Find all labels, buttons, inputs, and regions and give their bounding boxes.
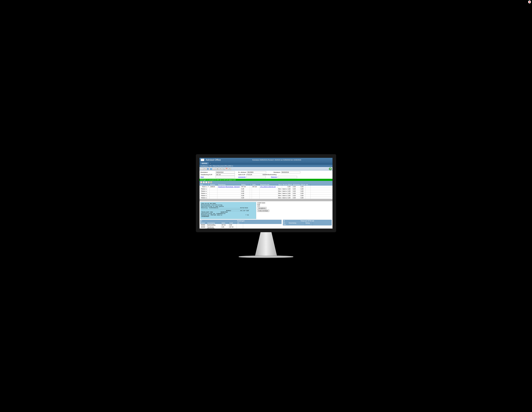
grid-empty: [200, 199, 332, 201]
leverancier-input[interactable]: [246, 176, 266, 178]
grid-button[interactable]: ⊞: [216, 167, 219, 170]
totaal-input[interactable]: [216, 174, 235, 176]
coda-panel: CODA Saldo 0,00 1/22 Verwijderen Coda ov…: [257, 202, 269, 219]
period-subtitle: Boekdatum 05/05/2018 (Periode 5: 05/2018…: [222, 159, 331, 161]
coda-position: 1/22: [257, 205, 269, 207]
tab-close-icon[interactable]: ×: [209, 163, 211, 164]
stukdatum-label: Stukdatum: [273, 171, 280, 173]
totaal-label: Totaalbedrag EUR: [200, 174, 215, 175]
saldo-label: Saldo EUR: [238, 174, 245, 175]
search-button[interactable]: 🔍: [222, 167, 225, 170]
calendar-button[interactable]: 📅: [225, 167, 228, 170]
grid-row[interactable]: Reken ⇅0,00Binn ⇅Aank ⇅0,000,000,00: [200, 195, 332, 197]
toolbar: ← ↻ 👤 👥 ≡ ⊞ ⟳ 🔍 📅 ⇅ ?: [200, 167, 332, 171]
grid-delete-icon[interactable]: ✖: [208, 181, 210, 183]
nr-label: Nr. uittreksel: [238, 171, 246, 173]
boekdatum-label: Boekdatum: [200, 171, 215, 173]
breadcrumb: Hoofdmenu > FB > Nieuw Document (FB.a.20…: [200, 165, 332, 167]
coda-saldo-label: CODA Saldo: [257, 202, 269, 204]
gear-icon[interactable]: ⚙: [283, 220, 285, 222]
grid-row[interactable]: Reken ⇅0,00Binn ⇅Aank ⇅0,000,000,00: [200, 197, 332, 199]
boekingen-panel: ⚙Boekingen Rekeni Omschrijving Debet Cre…: [200, 220, 282, 230]
verwijderen-button[interactable]: Verwijderen: [257, 207, 267, 209]
nr-input[interactable]: [247, 171, 266, 173]
tab-bar: OFFICE ×: [200, 162, 332, 165]
grid-row[interactable]: Reken ⇅0,00Binn ⇅Aank ⇅0,000,000,00: [200, 190, 332, 192]
rekening-input[interactable]: [278, 176, 297, 178]
grid-cancel-icon[interactable]: ⊘: [200, 181, 202, 183]
grid-body: Klant ⇅?100018Travelcoop (Boomstraat - B…: [200, 186, 332, 199]
btwvak-empty-row: [283, 226, 332, 226]
user-button[interactable]: 👤: [207, 167, 209, 170]
back-button[interactable]: ←: [200, 167, 203, 170]
help-button[interactable]: ?: [329, 167, 332, 170]
boekdatum-input[interactable]: [216, 171, 235, 173]
grid-row[interactable]: Reken ⇅0,00Binn ⇅Aank ⇅0,000,000,00: [200, 188, 332, 190]
tab-office[interactable]: OFFICE: [200, 162, 209, 165]
leverancier-link[interactable]: Leverancier: [238, 176, 246, 178]
balance-status: Bedragen in evenwicht D=447,54 C=447,54 …: [200, 179, 332, 181]
btwvak-panel: ⚙Totaal per BTW-vak BT cod Omschrijving …: [283, 220, 332, 230]
grid-row[interactable]: Reken ⇅0,00Binn ⇅Aank ⇅0,000,000,00: [200, 192, 332, 195]
app-title: Admisol Office: [206, 159, 221, 161]
grid-add-icon[interactable]: +: [203, 181, 205, 183]
document-form: Boekdatum Nr. uittreksel Stukdatum Totaa…: [200, 171, 332, 179]
grid-remove-icon[interactable]: −: [205, 181, 207, 183]
stukdatum-input[interactable]: [281, 171, 300, 173]
saldo-value: 17919,84: [246, 174, 252, 175]
gear-icon[interactable]: ⚙: [201, 220, 202, 222]
coda-overslaan-button[interactable]: Coda overslaan: [257, 210, 269, 212]
list-button[interactable]: ≡: [213, 167, 216, 170]
grid-row[interactable]: Klant ⇅?100018Travelcoop (Boomstraat - B…: [200, 186, 332, 188]
boeking-row[interactable]: 550000Bankinstelling447,540,00: [200, 224, 282, 226]
grid-controls: ⊘ + − ✖ ⊞: [200, 181, 332, 184]
app-logo-icon: [201, 159, 204, 161]
boeking-row[interactable]: 400000Travelcoop (Boomstraat -0,00447,54: [200, 226, 282, 230]
rekening-link[interactable]: Rekening: [271, 176, 277, 178]
grid-header: Type ? Nummer Omschrijving Bedrag + Sald…: [200, 184, 332, 186]
coda-saldo-value: 0,00: [257, 204, 269, 205]
klant-input[interactable]: [216, 176, 235, 178]
sync-button[interactable]: ⟳: [219, 167, 222, 170]
title-bar: Admisol Office Boekdatum 05/05/2018 (Per…: [200, 158, 332, 162]
sort-button[interactable]: ⇅: [228, 167, 231, 170]
grid-export-icon[interactable]: ⊞: [210, 181, 212, 183]
users-button[interactable]: 👥: [210, 167, 212, 170]
klant-link[interactable]: Klant: [200, 176, 215, 178]
refresh-button[interactable]: ↻: [203, 167, 206, 170]
coda-memo[interactable]: 2018-03-05 001/0001 Binnenlandse oversch…: [200, 202, 256, 219]
bank-label: 550000:Bankinstelling: [263, 174, 276, 175]
